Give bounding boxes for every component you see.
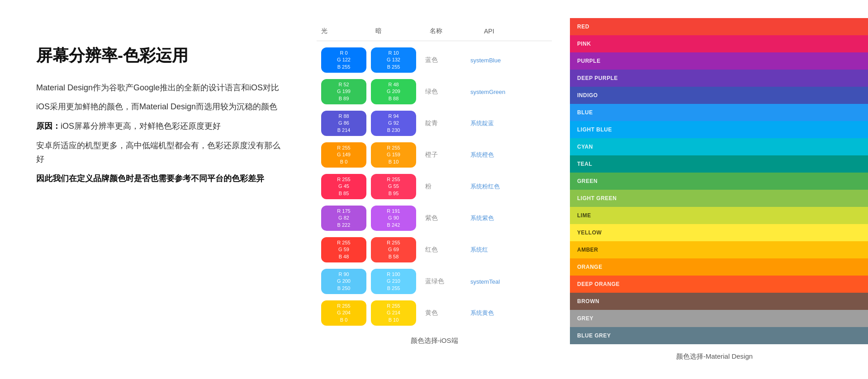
intro-line3: 原因：iOS屏幕分辨率更高，对鲜艳色彩还原度更好 [36,119,285,133]
dark-swatch: R 94 G 92 B 230 [371,111,416,136]
table-row: R 255 G 204 B 0R 255 G 214 B 10黄色系统黄色 [317,298,552,328]
ios-color-table-section: 光 暗 名称 API R 0 G 122 B 255R 10 G 132 B 2… [308,18,561,379]
palette-item: BLUE GREY [570,327,868,344]
th-an: 暗 [375,27,430,35]
palette-item-label: GREEN [577,178,598,184]
palette-item-label: PURPLE [577,58,601,64]
color-name: 红色 [416,246,470,254]
color-name: 橙子 [416,151,470,159]
dark-swatch: R 255 G 55 B 95 [371,174,416,199]
dark-swatch: R 255 G 214 B 10 [371,300,416,326]
light-swatch: R 255 G 45 B 85 [321,174,366,199]
color-api: 系统靛蓝 [470,119,534,127]
color-name: 绿色 [416,88,470,96]
table-row: R 255 G 149 B 0R 255 G 159 B 10橙子系统橙色 [317,140,552,170]
table-row: R 255 G 59 B 48R 255 G 69 B 58红色系统红 [317,234,552,265]
color-name: 粉 [416,182,470,191]
color-name: 靛青 [416,119,470,127]
palette-item-label: CYAN [577,144,593,150]
table-row: R 90 G 200 B 250R 100 G 210 B 255蓝绿色syst… [317,266,552,297]
palette-item-label: ORANGE [577,264,602,270]
light-swatch: R 175 G 82 B 222 [321,206,366,231]
palette-item: GREY [570,310,868,327]
light-swatch: R 255 G 149 B 0 [321,142,366,168]
palette-item: GREEN [570,173,868,190]
color-api: 系统粉红色 [470,182,534,191]
color-api: systemBlue [470,57,534,64]
dark-swatch: R 191 G 90 B 242 [371,206,416,231]
color-api: systemGreen [470,89,534,95]
color-name: 蓝绿色 [416,277,470,285]
palette-item: PINK [570,35,868,52]
material-caption: 颜色选择-Material Design [570,352,868,361]
palette-item-label: DEEP ORANGE [577,281,620,287]
palette-item-label: BLUE [577,109,593,116]
palette-item-label: BLUE GREY [577,332,611,339]
reason-label: 原因： [36,122,61,131]
palette-item: PURPLE [570,52,868,70]
palette-item: DEEP ORANGE [570,276,868,293]
dark-swatch: R 255 G 159 B 10 [371,142,416,168]
th-guang: 光 [321,27,375,35]
palette-item: INDIGO [570,87,868,104]
light-swatch: R 88 G 86 B 214 [321,111,366,136]
table-row: R 255 G 45 B 85R 255 G 55 B 95粉系统粉红色 [317,171,552,202]
dark-swatch: R 255 G 69 B 58 [371,237,416,262]
palette-item: ORANGE [570,258,868,276]
th-api: API [484,28,547,35]
light-swatch: R 90 G 200 B 250 [321,269,366,294]
palette-item-label: LIGHT BLUE [577,126,612,133]
palette-item-label: TEAL [577,161,592,167]
color-rows: R 0 G 122 B 255R 10 G 132 B 255蓝色systemB… [317,45,552,328]
ios-caption: 颜色选择-iOS端 [317,337,552,345]
palette-item-label: LIGHT GREEN [577,195,617,201]
palette-item: RED [570,18,868,35]
color-name: 紫色 [416,214,470,222]
palette-item-label: AMBER [577,247,598,253]
palette-item: DEEP PURPLE [570,70,868,87]
palette-item: YELLOW [570,224,868,241]
page-title: 屏幕分辨率-色彩运用 [36,45,285,66]
left-section: 屏幕分辨率-色彩运用 Material Design作为谷歌产Google推出的… [0,18,308,379]
palette-item: CYAN [570,138,868,155]
palette-item-label: GREY [577,315,593,322]
palette-item: TEAL [570,155,868,173]
dark-swatch: R 10 G 132 B 255 [371,47,416,73]
palette-item-label: INDIGO [577,92,598,98]
color-api: 系统橙色 [470,151,534,159]
page-container: 屏幕分辨率-色彩运用 Material Design作为谷歌产Google推出的… [0,0,868,379]
color-name: 蓝色 [416,56,470,64]
material-palette-section: REDPINKPURPLEDEEP PURPLEINDIGOBLUELIGHT … [561,18,868,379]
palette-item: BLUE [570,104,868,121]
light-swatch: R 255 G 59 B 48 [321,237,366,262]
palette-item: LIME [570,207,868,224]
palette-list: REDPINKPURPLEDEEP PURPLEINDIGOBLUELIGHT … [570,18,868,344]
intro-line2: iOS采用更加鲜艳的颜色，而Material Design而选用较为沉稳的颜色 [36,100,285,114]
reason-text: iOS屏幕分辨率更高，对鲜艳色彩还原度更好 [61,122,221,131]
light-swatch: R 255 G 204 B 0 [321,300,366,326]
palette-item: BROWN [570,293,868,310]
table-row: R 88 G 86 B 214R 94 G 92 B 230靛青系统靛蓝 [317,108,552,139]
palette-item-label: LIME [577,212,591,219]
intro-line1: Material Design作为谷歌产Google推出的全新的设计语言和iOS… [36,81,285,95]
color-api: 系统红 [470,246,534,254]
color-name: 黄色 [416,309,470,317]
th-name: 名称 [430,27,484,35]
table-row: R 175 G 82 B 222R 191 G 90 B 242紫色系统紫色 [317,203,552,234]
palette-item-label: DEEP PURPLE [577,75,618,81]
palette-item-label: YELLOW [577,229,602,236]
palette-item-label: RED [577,23,589,30]
light-swatch: R 52 G 199 B 89 [321,79,366,104]
intro-line5: 因此我们在定义品牌颜色时是否也需要参考不同平台的色彩差异 [36,172,285,186]
palette-item-label: BROWN [577,298,599,304]
color-table: 光 暗 名称 API R 0 G 122 B 255R 10 G 132 B 2… [317,27,552,328]
color-api: 系统紫色 [470,214,534,222]
dark-swatch: R 48 G 209 B 88 [371,79,416,104]
palette-item: LIGHT BLUE [570,121,868,138]
color-api: 系统黄色 [470,309,534,317]
color-api: systemTeal [470,278,534,285]
light-swatch: R 0 G 122 B 255 [321,47,366,73]
palette-item: LIGHT GREEN [570,190,868,207]
table-row: R 52 G 199 B 89R 48 G 209 B 88绿色systemGr… [317,76,552,107]
intro-line4: 安卓所适应的机型更多，高中低端机型都会有，色彩还原度没有那么好 [36,139,285,166]
